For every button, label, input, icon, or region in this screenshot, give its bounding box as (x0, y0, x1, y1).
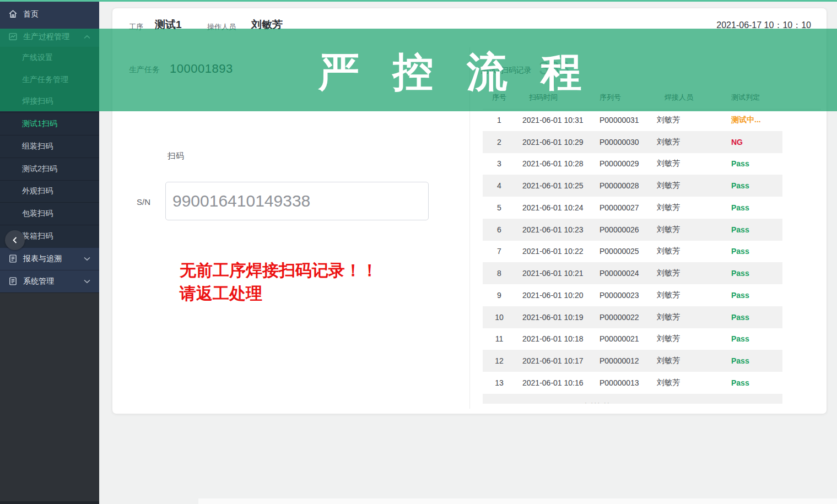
welder-cell: 刘敏芳 (657, 246, 731, 256)
scan-section-label: 扫码 (168, 151, 184, 161)
sidebar-item-label: 生产过程管理 (23, 32, 69, 42)
warning-text: 无前工序焊接扫码记录！！ 请返工处理 (180, 259, 378, 305)
sidebar-item-label: 系统管理 (23, 277, 54, 286)
document-icon (8, 254, 18, 264)
table-header-row: 序号扫码时间序列号焊接人员测试判定 (483, 86, 782, 109)
scan-time-cell: 2021-06-01 10:25 (516, 181, 600, 190)
chevron-down-icon (84, 257, 90, 261)
serial-cell: P00000028 (600, 181, 657, 190)
table-header-underline (483, 109, 821, 110)
table-row: 122021-06-01 10:17P00000012刘敏芳Pass (483, 350, 782, 372)
result-cell: Pass (731, 291, 782, 300)
sidebar-subitem-4[interactable]: 测试1扫码 (0, 112, 99, 135)
serial-cell: P00000026 (600, 225, 657, 234)
operator-value: 刘敏芳 (251, 18, 283, 32)
serial-cell: P00000021 (600, 334, 657, 343)
result-cell: Pass (731, 159, 782, 168)
scan-time-cell: 2021-06-01 10:19 (516, 313, 600, 322)
table-row: 132021-06-01 10:16P00000013刘敏芳Pass (483, 372, 782, 394)
table-body: 12021-06-01 10:31P00000031刘敏芳测试中...22021… (483, 109, 782, 404)
chart-icon (8, 32, 18, 42)
result-cell: Pass (731, 334, 782, 343)
sidebar-collapse-button[interactable] (5, 230, 25, 250)
sidebar-subitem-5[interactable]: 组装扫码 (0, 135, 99, 158)
production-task-label: 生产任务 (129, 65, 160, 75)
table-row: 92021-06-01 10:20P00000023刘敏芳Pass (483, 284, 782, 306)
result-cell: Pass (731, 269, 782, 278)
warning-line-2: 请返工处理 (180, 282, 378, 305)
welder-cell: 刘敏芳 (657, 181, 731, 191)
process-label: 工序 (129, 22, 143, 32)
result-cell: Pass (731, 225, 782, 234)
process-value: 测试1 (155, 18, 182, 32)
row-index-cell: 6 (483, 225, 516, 234)
sidebar-bottom-groups: 报表与追溯系统管理 (0, 247, 99, 292)
sidebar-subitem-8[interactable]: 包装扫码 (0, 202, 99, 225)
home-icon (8, 9, 18, 19)
sidebar-subitem-6[interactable]: 测试2扫码 (0, 158, 99, 180)
row-index-cell: 11 (483, 334, 516, 343)
table-row: 12021-06-01 10:31P00000031刘敏芳测试中... (483, 109, 782, 131)
sidebar-item-bottom-2[interactable]: 系统管理 (0, 270, 99, 292)
welder-cell: 刘敏芳 (657, 312, 731, 322)
table-header-cell: 序号 (483, 93, 516, 102)
result-cell: Pass (731, 247, 782, 256)
sidebar-item-home[interactable]: 首页 (0, 0, 99, 26)
result-cell: Pass (731, 313, 782, 322)
sidebar-subitem-label: 装箱扫码 (22, 231, 53, 241)
result-cell: Pass (731, 356, 782, 365)
sidebar-subitem-3[interactable]: 焊接扫码 (0, 91, 99, 113)
current-datetime: 2021-06-17 10：10：10 (716, 20, 811, 31)
welder-cell: 刘敏芳 (657, 268, 731, 278)
chevron-up-icon (84, 35, 90, 39)
sidebar-item-bottom-1[interactable]: 报表与追溯 (0, 247, 99, 270)
sn-input[interactable] (165, 182, 429, 220)
scan-time-cell: 2021-06-01 10:17 (516, 356, 600, 365)
sidebar-item-label: 首页 (23, 9, 39, 19)
table-header-cell: 扫码时间 (516, 93, 600, 102)
scan-time-cell: 2021-06-01 10:23 (516, 225, 600, 234)
scan-time-cell: 2021-06-01 10:16 (516, 378, 600, 387)
result-cell: Pass (731, 181, 782, 190)
production-task-value: 100001893 (170, 62, 233, 76)
result-cell: 测试中... (731, 115, 782, 125)
table-row: 102021-06-01 10:19P00000022刘敏芳Pass (483, 306, 782, 328)
row-index-cell: 7 (483, 247, 516, 256)
bottom-strip (198, 498, 837, 504)
sidebar-item-production-management[interactable]: 生产过程管理 (0, 26, 99, 47)
table-row: 52021-06-01 10:24P00000027刘敏芳Pass (483, 197, 782, 219)
serial-cell: P00000024 (600, 269, 657, 278)
document-icon (8, 277, 18, 286)
scan-time-cell: 2021-06-01 10:24 (516, 203, 600, 212)
sidebar: 首页 生产过程管理 产线设置生产任务管理焊接扫码测试1扫码组装扫码测试2扫码外观… (0, 0, 99, 504)
scan-time-cell: 2021-06-01 10:18 (516, 334, 600, 343)
row-index-cell: 12 (483, 356, 516, 365)
sidebar-subitem-2[interactable]: 生产任务管理 (0, 69, 99, 91)
serial-cell: P00000030 (600, 138, 657, 147)
scan-time-cell: 2021-06-01 10:22 (516, 247, 600, 256)
scan-records-label: 测试1扫码记录 (481, 66, 532, 75)
sidebar-item-label: 报表与追溯 (23, 254, 62, 264)
sidebar-subitem-label: 焊接扫码 (22, 96, 53, 106)
sidebar-subitem-7[interactable]: 外观扫码 (0, 180, 99, 203)
serial-cell: P00000012 (600, 356, 657, 365)
row-index-cell: 2 (483, 138, 516, 147)
welder-cell: 刘敏芳 (657, 225, 731, 235)
welder-cell: 刘敏芳 (657, 290, 731, 300)
operator-label: 操作人员 (207, 22, 236, 32)
serial-cell: P00000022 (600, 313, 657, 322)
welder-cell: 刘敏芳 (657, 137, 731, 147)
welder-cell: 刘敏芳 (657, 203, 731, 213)
sidebar-subitem-1[interactable]: 产线设置 (0, 47, 99, 69)
row-index-cell: 10 (483, 313, 516, 322)
welder-cell: 刘敏芳 (657, 159, 731, 169)
scan-time-cell: 2021-06-01 10:20 (516, 291, 600, 300)
table-row: 82021-06-01 10:21P00000024刘敏芳Pass (483, 262, 782, 284)
serial-cell: P00000027 (600, 203, 657, 212)
scan-records-count: 383 (539, 58, 569, 79)
row-index-cell: 13 (483, 378, 516, 387)
row-index-cell: 4 (483, 181, 516, 190)
app-window: 首页 生产过程管理 产线设置生产任务管理焊接扫码测试1扫码组装扫码测试2扫码外观… (0, 0, 837, 504)
sidebar-subitem-label: 测试2扫码 (22, 164, 57, 174)
sidebar-subitem-label: 生产任务管理 (22, 75, 68, 85)
